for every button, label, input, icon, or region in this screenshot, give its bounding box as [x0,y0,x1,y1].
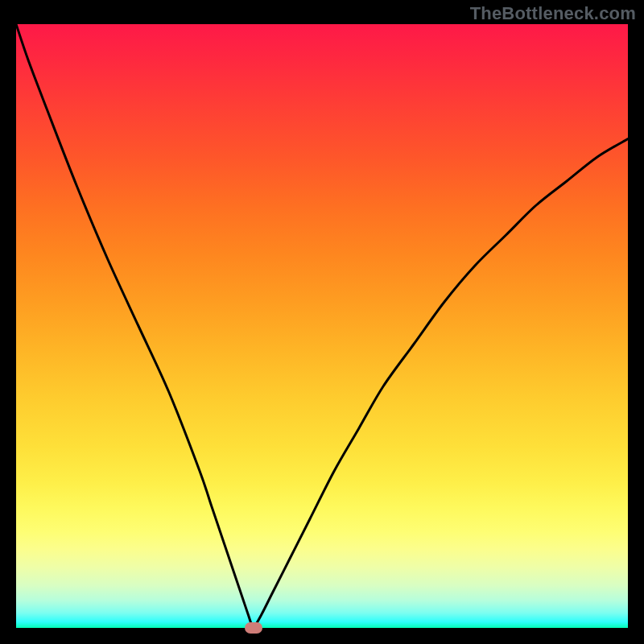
plot-area [16,24,628,628]
chart-frame: TheBottleneck.com [0,0,644,644]
optimum-marker [245,622,262,634]
bottleneck-curve [16,24,628,628]
watermark-text: TheBottleneck.com [470,3,636,24]
